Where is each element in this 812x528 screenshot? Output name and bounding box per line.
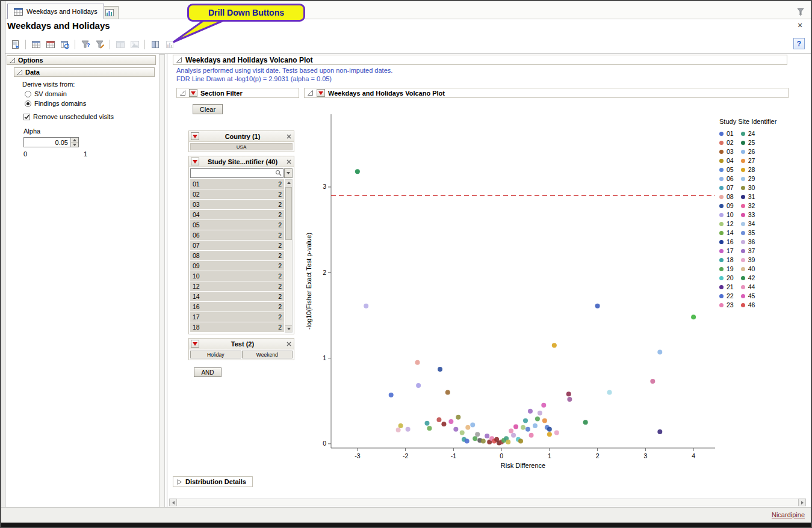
scatter-point[interactable] [425,421,430,426]
site-filter-item[interactable]: 082 [190,251,284,260]
report-icon[interactable] [9,38,22,51]
scatter-point[interactable] [445,390,450,395]
scatter-point[interactable] [552,343,557,348]
scatter-point[interactable] [416,383,421,388]
and-button[interactable]: AND [194,367,222,377]
scatter-point[interactable] [481,439,486,444]
legend-item[interactable]: 29 [741,175,755,182]
legend-item[interactable]: 10 [719,211,734,218]
country-selected-value[interactable]: USA [190,143,293,150]
legend-item[interactable]: 01 [719,130,734,137]
horizontal-scrollbar[interactable] [169,499,806,506]
scatter-point[interactable] [583,420,588,425]
distribution-details-header[interactable]: Distribution Details [173,476,253,487]
checkbox-remove-unscheduled[interactable]: Remove unscheduled visits [23,113,114,120]
legend-item[interactable]: 07 [719,184,734,191]
scatter-point[interactable] [547,432,552,437]
legend-item[interactable]: 45 [741,292,755,299]
scatter-point[interactable] [509,429,513,434]
close-icon[interactable]: × [795,20,805,30]
radio-sv-domain[interactable]: SV domain [25,90,67,97]
legend-item[interactable]: 14 [719,229,734,236]
scatter-point[interactable] [538,411,542,416]
scroll-down-icon[interactable] [285,325,292,332]
legend-item[interactable]: 08 [719,193,734,200]
legend-item[interactable]: 19 [719,265,734,272]
legend-item[interactable]: 22 [719,292,734,299]
filter-pin-icon[interactable] [796,7,806,17]
scatter-point[interactable] [389,393,394,398]
scatter-point[interactable] [691,315,696,319]
legend-item[interactable]: 46 [741,301,755,309]
scroll-left-icon[interactable] [169,499,177,506]
scatter-point[interactable] [465,425,470,430]
scatter-point[interactable] [554,430,559,435]
scatter-point[interactable] [398,423,403,428]
site-filter-item[interactable]: 072 [190,241,284,250]
scatter-point[interactable] [521,425,525,430]
spinner-down-icon[interactable] [71,143,78,147]
scatter-point[interactable] [657,350,662,355]
site-filter-item[interactable]: 092 [190,261,284,271]
scroll-track[interactable] [177,499,798,506]
site-filter-item[interactable]: 042 [190,210,284,219]
filter-edit-icon[interactable] [93,38,106,51]
scatter-point[interactable] [567,397,572,402]
red-triangle-menu-icon[interactable] [191,158,199,165]
scatter-point[interactable] [436,417,441,422]
legend-item[interactable]: 44 [741,283,755,290]
volcano-plot-chart[interactable]: -3-2-1012340123Risk Difference-log10(Fis… [304,107,719,480]
scatter-point[interactable] [456,415,460,420]
scatter-point[interactable] [523,418,528,423]
scatter-point[interactable] [657,429,662,434]
scatter-point[interactable] [427,426,432,431]
section-filter-header[interactable]: Section Filter [176,88,299,98]
search-dropdown-icon[interactable] [284,168,293,178]
legend-item[interactable]: 34 [741,220,755,227]
clear-button[interactable]: Clear [193,104,223,114]
legend-item[interactable]: 26 [741,148,755,155]
data-table-icon[interactable] [44,38,57,51]
legend-item[interactable]: 28 [741,166,755,173]
scatter-point[interactable] [566,391,571,396]
site-filter-item[interactable]: 142 [190,292,284,301]
legend-item[interactable]: 27 [741,157,755,164]
scatter-point[interactable] [441,422,446,426]
site-filter-item[interactable]: 182 [190,322,284,332]
legend-item[interactable]: 30 [741,184,755,191]
site-filter-item[interactable]: 022 [190,189,284,199]
legend-item[interactable]: 17 [719,247,734,254]
legend-item[interactable]: 03 [719,148,734,155]
site-filter-item[interactable]: 122 [190,281,284,291]
legend-item[interactable]: 31 [741,193,755,200]
help-button[interactable]: ? [793,38,805,49]
legend-item[interactable]: 32 [741,202,755,209]
scatter-point[interactable] [470,423,475,428]
scatter-point[interactable] [396,428,401,432]
test-option-weekend[interactable]: Weekend [242,351,293,358]
scroll-right-icon[interactable] [798,499,806,506]
red-triangle-menu-icon[interactable] [191,132,199,140]
legend-item[interactable]: 35 [741,229,755,236]
legend-item[interactable]: 18 [719,256,734,263]
close-icon[interactable] [286,341,292,347]
window-icon[interactable] [114,38,126,51]
scatter-point[interactable] [473,436,477,441]
scatter-point[interactable] [541,403,546,408]
volcano-outline-header[interactable]: Weekdays and Holidays Volcano Plot [173,55,787,65]
close-icon[interactable] [286,159,292,165]
legend-item[interactable]: 23 [719,301,734,309]
legend-item[interactable]: 25 [741,139,755,146]
scatter-point[interactable] [506,440,510,444]
scatter-point[interactable] [650,379,655,384]
scatter-point[interactable] [364,304,368,309]
scatter-point[interactable] [438,367,442,372]
journal-icon[interactable] [29,38,42,51]
image-icon[interactable] [128,38,141,51]
red-triangle-menu-icon[interactable] [191,340,199,348]
scatter-point[interactable] [448,419,453,424]
spinner-up-icon[interactable] [71,138,78,143]
legend-item[interactable]: 33 [741,211,755,218]
scatter-point[interactable] [533,423,538,428]
site-search-input[interactable] [191,170,270,177]
